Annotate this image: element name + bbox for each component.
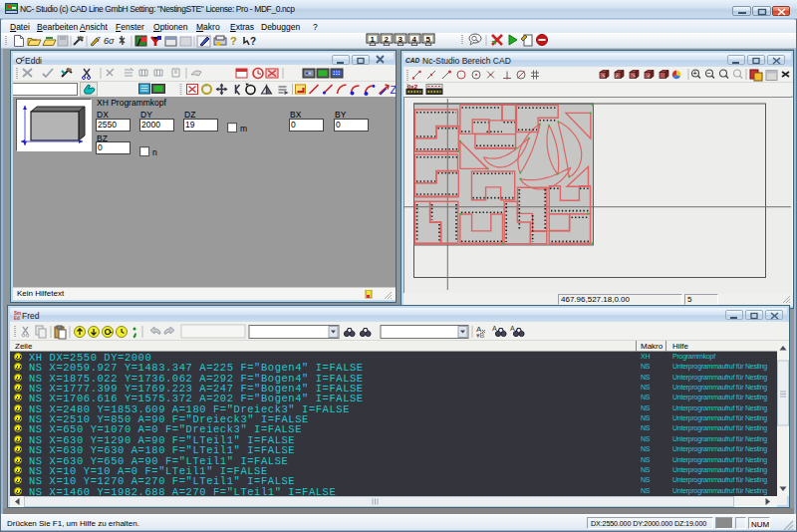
svg-text:Z: Z xyxy=(391,84,397,96)
svg-text:A: A xyxy=(492,325,497,332)
svg-text:5: 5 xyxy=(426,35,431,44)
svg-text:+: + xyxy=(693,70,697,77)
svg-text:CAD: CAD xyxy=(405,57,419,64)
svg-text:2: 2 xyxy=(385,35,390,44)
svg-text:1: 1 xyxy=(371,35,376,44)
svg-text:A: A xyxy=(510,325,515,332)
svg-text:?: ? xyxy=(250,36,256,47)
svg-text:▾B: ▾B xyxy=(476,332,485,339)
svg-text:−: − xyxy=(707,70,711,77)
svg-text:0x2: 0x2 xyxy=(407,84,418,90)
svg-text:3: 3 xyxy=(398,35,403,44)
svg-text:?: ? xyxy=(230,35,237,47)
svg-text:4: 4 xyxy=(412,35,417,44)
svg-text:6σ: 6σ xyxy=(104,36,115,46)
svg-text:7: 7 xyxy=(97,36,101,43)
svg-text:Ed: Ed xyxy=(14,316,20,321)
